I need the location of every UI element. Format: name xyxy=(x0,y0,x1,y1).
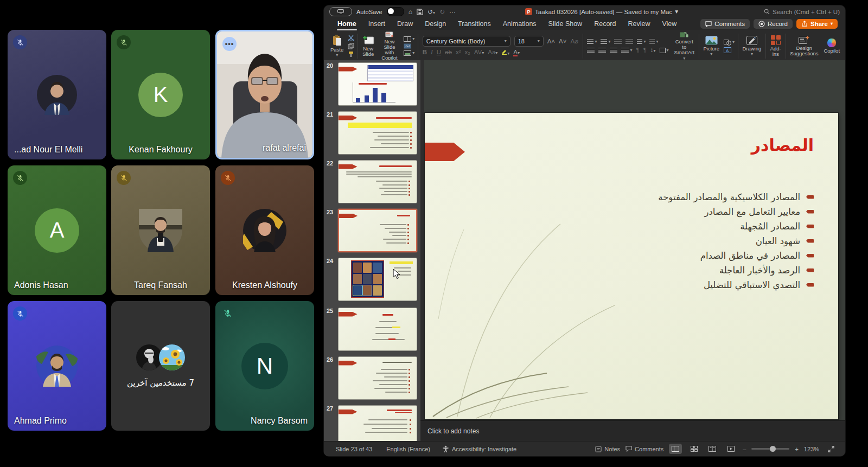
zoom-out-button[interactable]: – xyxy=(743,446,746,452)
save-icon[interactable] xyxy=(417,9,423,15)
tab-design[interactable]: Design xyxy=(419,19,452,29)
tab-view[interactable]: View xyxy=(656,19,682,29)
slide-title[interactable]: المصادر xyxy=(751,136,814,155)
font-name-select[interactable]: Century Gothic (Body)▾ xyxy=(423,36,510,47)
character-spacing-button[interactable]: AV▾ xyxy=(474,49,484,56)
tab-draw[interactable]: Draw xyxy=(391,19,419,29)
zoom-percentage[interactable]: 123% xyxy=(804,446,819,452)
slide-thumbnail-22[interactable] xyxy=(338,160,417,203)
slide-bullet-list[interactable]: المصادر الكلاسيكية والمصادر المفتوحة معا… xyxy=(575,192,814,290)
convert-to-smartart-button[interactable]: Convert to SmartArt ▾ xyxy=(672,31,697,61)
rtl-direction-icon[interactable]: ¶ xyxy=(643,47,647,54)
participant-tile-active-speaker[interactable]: ••• rafat alrefai xyxy=(215,30,314,159)
italic-button[interactable]: I xyxy=(431,49,433,56)
decrease-indent-icon[interactable] xyxy=(614,39,622,44)
slide-thumbnail-26[interactable] xyxy=(338,356,417,400)
drawing-button[interactable]: Drawing ▾ xyxy=(740,31,763,61)
cut-icon[interactable] xyxy=(348,35,354,41)
language-button[interactable]: English (France) xyxy=(386,446,430,452)
align-center-icon[interactable] xyxy=(598,48,606,53)
slide-thumbnail-23-selected[interactable] xyxy=(338,209,417,252)
sections-icon[interactable]: ▾ xyxy=(404,50,414,56)
font-color-button[interactable]: A▾ xyxy=(513,49,520,56)
participant-tile[interactable]: N Nancy Barsom xyxy=(215,301,314,431)
justify-icon[interactable]: ▾ xyxy=(621,48,632,53)
slide-thumbnail-25[interactable] xyxy=(338,308,417,351)
zoom-slider[interactable] xyxy=(751,448,789,450)
more-commands-icon[interactable]: ··· xyxy=(449,9,456,15)
copy-icon[interactable] xyxy=(348,43,354,49)
shapes-icon[interactable]: ▾ xyxy=(724,40,735,46)
slide-thumbnail-24[interactable] xyxy=(338,258,417,301)
new-slide-with-copilot-button[interactable]: New Slide with Copilot xyxy=(378,31,402,61)
format-painter-icon[interactable] xyxy=(348,51,354,57)
subscript-button[interactable]: x₂ xyxy=(465,49,470,56)
redo-icon[interactable]: ↻ xyxy=(439,9,445,15)
align-text-icon[interactable]: ▾ xyxy=(660,48,669,53)
text-box-icon[interactable]: A xyxy=(724,47,735,53)
text-highlight-button[interactable]: ▾ xyxy=(501,49,509,56)
reset-slide-icon[interactable] xyxy=(404,43,414,49)
record-button[interactable]: Record xyxy=(754,19,793,29)
underline-button[interactable]: U xyxy=(437,49,441,56)
add-ins-button[interactable]: Add-ins xyxy=(768,31,783,61)
participant-tile[interactable]: Ahmad Primo xyxy=(8,301,106,431)
slide-layout-icon[interactable]: ▾ xyxy=(404,36,414,42)
increase-font-size-icon[interactable]: A˄ xyxy=(547,39,555,45)
participant-tile[interactable]: Kresten Alshoufy xyxy=(215,165,314,295)
slide-sorter-view-button[interactable] xyxy=(687,444,700,454)
notes-toggle-button[interactable]: Notes xyxy=(595,446,620,452)
line-spacing-icon[interactable]: ▾ xyxy=(637,39,646,44)
increase-indent-icon[interactable] xyxy=(626,39,633,44)
normal-view-button[interactable] xyxy=(669,444,682,454)
strikethrough-button[interactable]: ab xyxy=(445,49,452,56)
accessibility-button[interactable]: Accessibility: Investigate xyxy=(442,445,516,452)
align-left-icon[interactable] xyxy=(587,48,595,53)
participant-tile[interactable]: ...ad Nour El Melli xyxy=(8,30,106,159)
notes-pane[interactable]: Click to add notes xyxy=(420,420,845,441)
autosave-toggle[interactable] xyxy=(387,7,404,16)
clear-formatting-icon[interactable]: A⌀ xyxy=(570,39,578,45)
zoom-in-button[interactable]: + xyxy=(795,446,798,452)
tab-insert[interactable]: Insert xyxy=(362,19,391,29)
align-right-icon[interactable] xyxy=(610,48,617,53)
more-participants-tile[interactable]: 7 مستخدمين آخرين xyxy=(111,301,210,431)
design-suggestions-button[interactable]: Design Suggestions xyxy=(788,31,820,61)
text-direction-icon[interactable]: ↕▾ xyxy=(650,47,656,54)
tab-review[interactable]: Review xyxy=(622,19,656,29)
participant-tile[interactable]: Tareq Fansah xyxy=(111,165,210,295)
decrease-font-size-icon[interactable]: A˅ xyxy=(559,39,566,45)
home-icon[interactable]: ⌂ xyxy=(409,9,412,15)
numbering-icon[interactable]: ▾ xyxy=(601,39,610,44)
participant-tile[interactable]: A Adonis Hasan xyxy=(8,165,106,295)
tab-animations[interactable]: Animations xyxy=(497,19,542,29)
picture-button[interactable]: Picture ▾ xyxy=(701,31,722,61)
bold-button[interactable]: B xyxy=(423,49,427,56)
notes-placeholder[interactable]: Click to add notes xyxy=(427,427,479,435)
search-field[interactable]: Search (Cmd + Ctrl + U) xyxy=(764,9,840,15)
fullscreen-button[interactable] xyxy=(825,444,838,454)
copilot-button[interactable]: Copilot xyxy=(821,31,842,61)
tab-record[interactable]: Record xyxy=(588,19,622,29)
participant-tile[interactable]: K Kenan Fakhoury xyxy=(111,30,210,159)
window-controls-button[interactable] xyxy=(329,7,352,16)
slideshow-view-button[interactable] xyxy=(724,444,737,454)
change-case-button[interactable]: Aa▾ xyxy=(488,49,497,56)
tab-home[interactable]: Home xyxy=(331,19,362,29)
comments-toggle-button[interactable]: Comments xyxy=(626,446,663,452)
slide-canvas[interactable]: المصادر المصادر الكلاسيكية والمصادر المف… xyxy=(425,113,838,419)
slide-thumbnail-20[interactable] xyxy=(338,62,417,106)
new-slide-button[interactable]: New Slide xyxy=(360,31,376,61)
superscript-button[interactable]: x² xyxy=(456,49,461,56)
tab-transitions[interactable]: Transitions xyxy=(452,19,497,29)
zoom-slider-knob[interactable] xyxy=(770,446,776,452)
reading-view-button[interactable] xyxy=(706,444,719,454)
undo-icon[interactable]: ↺▾ xyxy=(427,9,435,15)
share-button[interactable]: Share ▾ xyxy=(796,19,838,29)
slide-editing-area[interactable]: المصادر المصادر الكلاسيكية والمصادر المف… xyxy=(420,60,845,420)
columns-icon[interactable]: ▾ xyxy=(649,39,658,44)
slide-thumbnail-21[interactable] xyxy=(338,111,417,155)
tab-slide-show[interactable]: Slide Show xyxy=(542,19,589,29)
document-title[interactable]: P Taakad 032026 [Auto-saved] — Saved to … xyxy=(525,8,678,15)
bullets-icon[interactable]: ▾ xyxy=(587,39,597,44)
